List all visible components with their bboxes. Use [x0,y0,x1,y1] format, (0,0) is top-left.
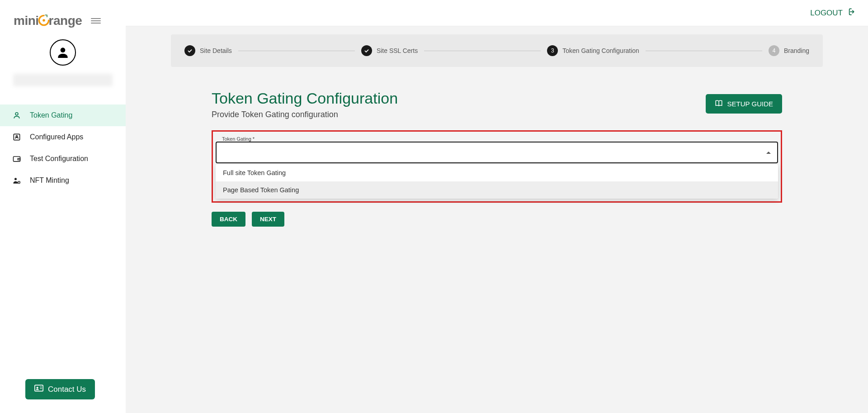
check-icon [184,45,195,56]
book-icon [715,99,723,109]
page-subtitle: Provide Token Gating configuration [212,110,398,119]
apps-icon [12,132,22,142]
check-icon [361,45,372,56]
sidebar-header: minirange [0,0,126,33]
sidebar-item-configured-apps[interactable]: Configured Apps [0,126,126,148]
stepper: Site Details Site SSL Certs 3 Token Gati… [171,34,823,67]
step-branding: 4 Branding [769,45,809,56]
svg-rect-6 [18,158,20,160]
svg-point-7 [14,178,17,180]
sidebar-item-test-configuration[interactable]: Test Configuration [0,148,126,170]
svg-point-4 [16,136,17,137]
step-token-gating: 3 Token Gating Configuration [547,45,639,56]
setup-guide-button[interactable]: SETUP GUIDE [706,94,782,114]
sidebar-item-label: Test Configuration [30,155,88,163]
sidebar-nav: Token Gating Configured Apps Test Config… [0,104,126,191]
svg-rect-10 [35,385,43,391]
sidebar: minirange Token Gating [0,0,126,413]
setup-guide-label: SETUP GUIDE [727,100,773,108]
step-connector [238,51,355,51]
token-gating-dropdown: Full site Token Gating Page Based Token … [216,164,778,199]
svg-point-11 [37,387,38,389]
logout-label: LOGOUT [810,9,843,18]
step-number: 3 [547,45,558,56]
step-site-ssl-certs: Site SSL Certs [361,45,418,56]
step-label: Token Gating Configuration [562,47,639,54]
page-header: Token Gating Configuration Provide Token… [212,90,782,119]
sidebar-item-label: Configured Apps [30,133,83,141]
sidebar-item-label: NFT Minting [30,176,69,185]
contact-us-label: Contact Us [48,385,86,394]
main-content: LOGOUT Site Details [126,0,868,413]
step-label: Branding [784,47,809,54]
wallet-icon [12,154,22,164]
svg-point-0 [42,19,45,22]
sidebar-item-nft-minting[interactable]: NFT Minting [0,170,126,191]
highlighted-select-area: Token Gating * Full site Token Gating Pa… [212,130,782,203]
select-label: Token Gating * [220,136,256,142]
svg-point-1 [61,47,66,52]
logout-icon [846,7,855,19]
token-gating-select[interactable] [216,142,778,163]
step-label: Site Details [200,47,232,54]
step-site-details: Site Details [184,45,232,56]
next-button[interactable]: NEXT [252,212,284,227]
svg-rect-5 [14,157,20,161]
users-gear-icon [12,176,22,185]
dropdown-option-full-site[interactable]: Full site Token Gating [216,164,778,181]
step-number: 4 [769,45,779,56]
dropdown-arrow-icon [766,152,771,154]
step-label: Site SSL Certs [377,47,418,54]
sidebar-item-token-gating[interactable]: Token Gating [0,104,126,126]
avatar [50,39,76,66]
step-connector [646,51,762,51]
button-row: BACK NEXT [212,212,782,227]
username-redacted [13,74,113,86]
step-connector [424,51,541,51]
sidebar-item-label: Token Gating [30,111,72,119]
svg-point-2 [15,113,18,115]
page-title: Token Gating Configuration [212,90,398,107]
profile-section [0,33,126,95]
contact-us-button[interactable]: Contact Us [25,379,95,399]
logout-button[interactable]: LOGOUT [810,7,855,19]
dropdown-option-page-based[interactable]: Page Based Token Gating [216,181,778,199]
contact-card-icon [34,385,43,394]
back-button[interactable]: BACK [212,212,245,227]
svg-point-9 [19,182,19,183]
brand-logo: minirange [14,14,82,28]
person-icon [12,110,22,120]
menu-toggle-icon[interactable] [91,18,101,24]
topbar: LOGOUT [126,0,868,26]
